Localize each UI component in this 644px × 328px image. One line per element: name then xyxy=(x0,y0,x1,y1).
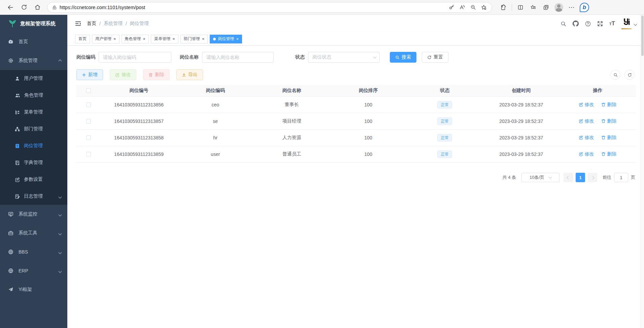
sidebar-submenu-system: 用户管理 角色管理 菜单管理 部门管理 岗位管理 字典管理 xyxy=(0,70,67,205)
next-page-button[interactable] xyxy=(588,173,597,182)
breadcrumb-home[interactable]: 首页 xyxy=(87,21,96,27)
browser-back-button[interactable] xyxy=(5,2,16,13)
row-delete-button[interactable]: 删除 xyxy=(601,118,616,124)
goto-page-input[interactable] xyxy=(614,173,628,182)
sidebar-item-bbs[interactable]: BBS xyxy=(0,242,67,261)
sidebar-item-system-management[interactable]: 系统管理 xyxy=(0,51,67,70)
collapse-sidebar-icon xyxy=(75,20,81,27)
add-button[interactable]: 新增 xyxy=(76,69,103,80)
favorites-button[interactable] xyxy=(528,2,539,13)
sidebar-item-system-monitor[interactable]: 系统监控 xyxy=(0,205,67,224)
delete-button[interactable]: 删除 xyxy=(143,69,170,80)
user-avatar-menu[interactable]: Ⴘi xyxy=(621,18,637,29)
header-github-button[interactable] xyxy=(573,21,579,27)
row-delete-button[interactable]: 删除 xyxy=(601,102,616,108)
select-all-checkbox[interactable] xyxy=(86,88,91,93)
textsize-large-glyph: T xyxy=(612,20,615,27)
app-header: 首页 / 系统管理 / 岗位管理 T xyxy=(67,15,644,32)
chevron-down-icon xyxy=(373,55,377,59)
export-button[interactable]: 导出 xyxy=(176,69,203,80)
row-delete-button[interactable]: 删除 xyxy=(601,135,616,141)
browser-menu-button[interactable]: ⋯ xyxy=(566,2,577,13)
prev-page-button[interactable] xyxy=(564,173,573,182)
sidebar-item-user-management[interactable]: 用户管理 xyxy=(0,70,67,87)
refresh-table-button[interactable] xyxy=(624,70,635,80)
close-icon[interactable]: × xyxy=(143,37,146,41)
sidebar-item-system-tools[interactable]: 系统工具 xyxy=(0,224,67,242)
status-label: 状态 xyxy=(295,54,305,60)
edit-icon xyxy=(579,102,583,107)
header-search-button[interactable] xyxy=(561,21,566,27)
sidebar-item-menu-management[interactable]: 菜单管理 xyxy=(0,104,67,121)
sidebar-item-role-management[interactable]: 角色管理 xyxy=(0,87,67,104)
row-checkbox[interactable] xyxy=(86,119,91,124)
row-checkbox[interactable] xyxy=(86,152,91,157)
edit-button[interactable]: 修改 xyxy=(110,69,136,80)
page-size-select[interactable]: 10条/页 xyxy=(521,173,560,182)
key-icon xyxy=(449,4,454,10)
header-fullscreen-button[interactable] xyxy=(597,21,603,27)
sidebar-item-home[interactable]: 首页 xyxy=(0,32,67,51)
post-badge-icon xyxy=(15,143,20,149)
sidebar-item-erp[interactable]: ERP xyxy=(0,261,67,280)
dashboard-icon xyxy=(8,39,13,44)
dictionary-book-icon xyxy=(15,160,20,165)
header-help-button[interactable] xyxy=(585,21,591,27)
tab-user-management[interactable]: 用户管理× xyxy=(92,35,120,43)
row-edit-button[interactable]: 修改 xyxy=(579,151,594,157)
row-checkbox[interactable] xyxy=(86,135,91,140)
collections-button[interactable] xyxy=(540,2,552,13)
log-icon xyxy=(15,194,20,199)
close-icon[interactable]: × xyxy=(172,37,175,41)
tab-dept-management[interactable]: 部门管理× xyxy=(180,35,208,43)
bing-chat-button[interactable]: b xyxy=(579,2,590,13)
split-screen-button[interactable] xyxy=(515,2,526,13)
post-name-input[interactable] xyxy=(202,52,274,63)
row-edit-button[interactable]: 修改 xyxy=(579,135,594,141)
filter-form: 岗位编码 岗位名称 状态 岗位状态 搜索 重置 xyxy=(76,52,636,63)
row-edit-button[interactable]: 修改 xyxy=(579,118,594,124)
browser-refresh-button[interactable] xyxy=(18,2,30,13)
close-icon[interactable]: × xyxy=(202,37,205,41)
page-scrollbar[interactable] xyxy=(641,15,644,328)
password-key-button[interactable] xyxy=(447,3,456,12)
read-aloud-button[interactable] xyxy=(457,3,467,12)
address-bar[interactable] xyxy=(47,2,492,13)
row-checkbox[interactable] xyxy=(86,102,91,107)
tab-menu-management[interactable]: 菜单管理× xyxy=(151,35,178,43)
row-edit-label: 修改 xyxy=(584,151,594,157)
search-icon xyxy=(613,73,618,77)
breadcrumb-separator: / xyxy=(99,21,101,26)
browser-home-button[interactable] xyxy=(32,2,43,13)
close-icon[interactable]: × xyxy=(236,37,239,41)
sidebar-item-dept-management[interactable]: 部门管理 xyxy=(0,121,67,137)
extensions-button[interactable] xyxy=(498,2,509,13)
row-edit-button[interactable]: 修改 xyxy=(579,102,594,108)
sidebar-item-dict-management[interactable]: 字典管理 xyxy=(0,154,67,171)
post-code-input[interactable] xyxy=(99,52,171,63)
row-delete-button[interactable]: 删除 xyxy=(601,151,616,157)
show-search-toggle-button[interactable] xyxy=(610,70,620,80)
reset-button[interactable]: 重置 xyxy=(422,52,448,63)
url-input[interactable] xyxy=(60,5,444,10)
tab-role-management[interactable]: 角色管理× xyxy=(122,35,149,43)
header-textsize-button[interactable]: TT xyxy=(609,20,615,27)
scrollbar-thumb[interactable] xyxy=(641,15,644,56)
chevron-down-icon xyxy=(59,270,62,273)
sidebar-item-post-management[interactable]: 岗位管理 xyxy=(0,137,67,154)
sidebar-item-param-settings[interactable]: 参数设置 xyxy=(0,171,67,188)
search-button[interactable]: 搜索 xyxy=(390,52,416,63)
profile-button[interactable] xyxy=(553,2,565,13)
sidebar-item-yi-framework[interactable]: Yi框架 xyxy=(0,280,67,299)
toolbox-icon xyxy=(8,230,13,236)
status-select[interactable]: 岗位状态 xyxy=(308,52,380,63)
tab-post-management[interactable]: 岗位管理× xyxy=(210,35,242,43)
browser-toolbar: ⋯ b xyxy=(0,0,644,15)
page-number-button[interactable]: 1 xyxy=(576,173,585,182)
sidebar-item-log-management[interactable]: 日志管理 xyxy=(0,188,67,205)
close-icon[interactable]: × xyxy=(113,37,116,41)
tab-home[interactable]: 首页 xyxy=(75,35,90,43)
zoom-out-button[interactable] xyxy=(468,3,478,12)
sidebar-collapse-button[interactable] xyxy=(75,20,81,27)
favorite-add-button[interactable] xyxy=(479,3,488,12)
